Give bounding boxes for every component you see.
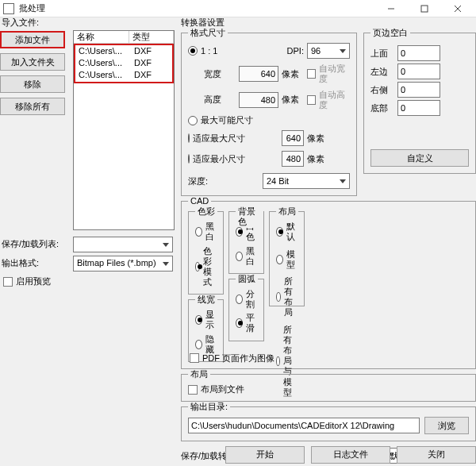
lw-show-radio[interactable]: 显示 [195, 310, 217, 330]
window-title: 批处理 [19, 3, 374, 13]
layout-group-legend: 布局 [188, 369, 210, 379]
radio-icon [195, 315, 202, 325]
table-row[interactable]: C:\Users\...DXF [75, 45, 172, 57]
svg-rect-1 [421, 6, 428, 12]
checkbox-icon [188, 385, 198, 395]
width-unit: 像素 [282, 69, 304, 79]
log-file-button[interactable]: 日志文件 [311, 446, 390, 464]
auto-width-checkbox[interactable]: 自动宽度 [307, 64, 350, 84]
radio-icon [188, 116, 198, 125]
layout-all-radio[interactable]: 所有布局 [276, 276, 298, 318]
bg-legend: 背景色 [236, 206, 263, 227]
radio-icon [276, 292, 281, 302]
radio-icon [195, 340, 202, 349]
output-format-label: 输出格式: [2, 258, 68, 268]
table-row[interactable]: C:\Users\...DXF [75, 57, 172, 69]
enable-preview-checkbox[interactable]: 启用预览 [3, 276, 51, 287]
layout-model-radio[interactable]: 模型 [276, 249, 298, 270]
add-folder-button[interactable]: 加入文件夹 [0, 53, 65, 71]
fit-max-field[interactable] [282, 130, 304, 146]
app-icon [3, 3, 14, 14]
output-dir-field[interactable] [188, 418, 420, 433]
browse-button[interactable]: 浏览 [424, 417, 469, 434]
margin-top-field[interactable] [397, 45, 440, 61]
radio-icon [188, 154, 190, 164]
fit-min-radio[interactable]: 适应最小尺寸 [188, 154, 236, 164]
radio-icon [195, 262, 200, 272]
layout-to-file-label: 布局到文件 [201, 384, 244, 395]
arc-smooth-radio[interactable]: 平滑 [236, 313, 257, 333]
checkbox-icon [190, 353, 199, 363]
margin-bottom-field[interactable] [397, 100, 440, 116]
checkbox-icon [307, 69, 316, 79]
fit-max-unit: 像素 [307, 133, 350, 144]
margin-left-field[interactable] [397, 64, 440, 79]
save-load-list-label: 保存/加载列表: [2, 239, 68, 249]
output-format-combo[interactable]: Bitmap Files (*.bmp) [73, 256, 173, 272]
file-rows-highlight: C:\Users\...DXF C:\Users\...DXF C:\Users… [74, 44, 174, 83]
file-list[interactable]: 名称 类型 C:\Users\...DXF C:\Users\...DXF C:… [73, 30, 175, 230]
table-row[interactable]: C:\Users\...DXF [75, 69, 172, 81]
lineweight-legend: 线宽 [195, 295, 217, 305]
radio-icon [188, 46, 198, 56]
color-legend: 色彩 [195, 206, 217, 217]
start-button[interactable]: 开始 [225, 446, 305, 464]
ratio-1-1-radio[interactable]: 1 : 1 [188, 46, 236, 56]
radio-icon [276, 356, 279, 366]
bg-black-radio[interactable]: 黑白 [236, 246, 257, 267]
depth-label: 深度: [188, 176, 256, 187]
margin-left-label: 左边 [370, 67, 393, 77]
layout-to-file-checkbox[interactable]: 布局到文件 [188, 384, 469, 395]
dpi-combo[interactable]: 96 [307, 43, 350, 59]
remove-button[interactable]: 移除 [0, 75, 65, 93]
width-field[interactable] [239, 66, 278, 82]
layout-legend: 布局 [276, 206, 298, 217]
pdf-page-image-label: PDF 页面作为图像 [202, 353, 274, 364]
checkbox-icon [307, 95, 316, 105]
auto-height-checkbox[interactable]: 自动高度 [307, 90, 350, 110]
layout-default-radio[interactable]: 默认 [276, 221, 298, 242]
margin-right-label: 右侧 [370, 85, 393, 95]
margins-legend: 页边空白 [370, 28, 410, 38]
enable-preview-label: 启用预览 [16, 276, 51, 287]
checkbox-icon [3, 277, 13, 287]
radio-icon [236, 227, 243, 237]
height-field[interactable] [239, 92, 278, 108]
depth-combo[interactable]: 24 Bit [263, 173, 350, 189]
margin-top-label: 上面 [370, 48, 393, 59]
close-dialog-button[interactable]: 关闭 [397, 446, 476, 464]
fit-min-unit: 像素 [307, 154, 350, 164]
fit-max-radio[interactable]: 适应最大尺寸 [188, 133, 236, 144]
color-bw-radio[interactable]: 黑白 [195, 221, 217, 242]
arc-split-radio[interactable]: 分割 [236, 289, 257, 310]
radio-icon [236, 318, 243, 328]
radio-icon [236, 295, 243, 304]
pdf-page-image-checkbox[interactable]: PDF 页面作为图像 [190, 353, 274, 364]
radio-icon [188, 133, 190, 143]
col-name[interactable]: 名称 [74, 31, 129, 43]
import-files-label: 导入文件: [2, 17, 173, 28]
margin-right-field[interactable] [397, 82, 440, 98]
max-possible-radio[interactable]: 最大可能尺寸 [188, 115, 350, 125]
margin-bottom-label: 底部 [370, 103, 393, 114]
maximize-button[interactable] [408, 0, 441, 17]
fit-min-field[interactable] [282, 151, 304, 167]
cad-legend: CAD [188, 196, 211, 206]
save-load-list-combo[interactable] [73, 237, 173, 252]
col-type[interactable]: 类型 [129, 31, 174, 43]
minimize-button[interactable] [374, 0, 408, 17]
custom-margins-button[interactable]: 自定义 [370, 149, 469, 167]
dpi-label: DPI: [282, 46, 304, 56]
output-dir-legend: 输出目录: [188, 402, 230, 412]
height-label: 高度 [204, 94, 236, 105]
width-label: 宽度 [204, 69, 236, 79]
format-size-legend: 格式尺寸 [188, 28, 228, 38]
close-button[interactable] [441, 0, 474, 17]
lw-hide-radio[interactable]: 隐藏 [195, 334, 217, 355]
remove-all-button[interactable]: 移除所有 [0, 98, 65, 115]
radio-icon [195, 227, 202, 237]
add-file-button[interactable]: 添加文件 [0, 31, 65, 48]
file-list-header: 名称 类型 [74, 31, 174, 44]
radio-icon [276, 255, 283, 264]
color-mode-radio[interactable]: 色彩模式 [195, 246, 217, 288]
